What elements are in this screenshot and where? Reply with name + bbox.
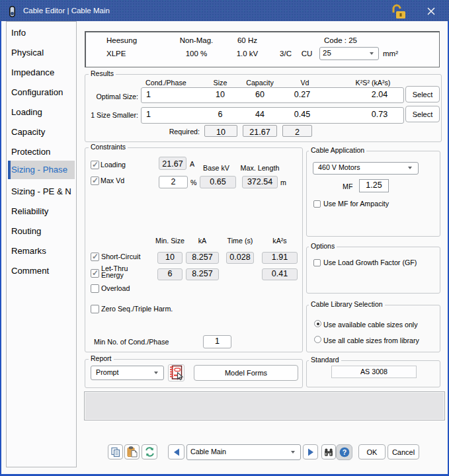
svg-text:?: ? — [342, 448, 346, 456]
